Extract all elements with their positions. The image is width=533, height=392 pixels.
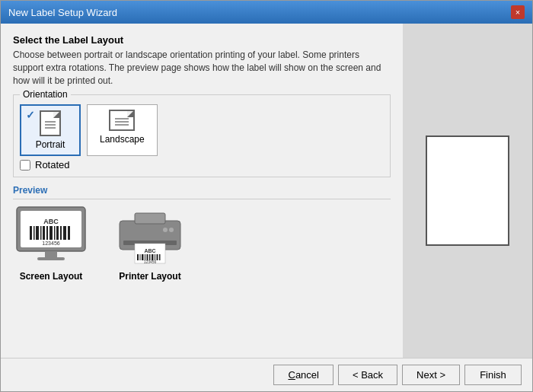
page-description: Choose between portrait or landscape ori… <box>13 49 391 87</box>
svg-point-34 <box>169 228 174 232</box>
checkmark-icon: ✓ <box>26 109 35 121</box>
finish-button[interactable]: Finish <box>464 365 522 385</box>
rotated-label[interactable]: Rotated <box>35 159 70 171</box>
svg-rect-2 <box>45 251 57 257</box>
dialog-title: New Label Setup Wizard <box>8 7 117 18</box>
svg-rect-3 <box>37 257 65 260</box>
svg-rect-5 <box>30 226 32 240</box>
portrait-label: Portrait <box>36 139 65 150</box>
landscape-icon <box>109 110 135 131</box>
cancel-button[interactable]: Cancel <box>273 365 333 385</box>
screen-layout-icon: ABC <box>13 206 89 266</box>
preview-section: Preview ABC <box>13 185 391 347</box>
svg-rect-6 <box>34 226 35 240</box>
svg-point-35 <box>163 228 168 232</box>
svg-rect-23 <box>137 254 139 260</box>
back-label: < Back <box>353 369 383 381</box>
finish-label: Finish <box>480 369 506 381</box>
doc-lines <box>45 121 56 129</box>
doc-line <box>115 121 129 123</box>
svg-rect-10 <box>46 226 48 240</box>
doc-line <box>45 124 56 126</box>
printer-layout-icon: ABC 123456 <box>112 206 188 266</box>
cancel-label: Cancel <box>288 369 318 381</box>
svg-rect-19 <box>135 213 165 224</box>
svg-rect-11 <box>49 226 53 240</box>
header-section: Select the Label Layout Choose between p… <box>13 34 391 87</box>
svg-rect-7 <box>36 226 39 240</box>
close-button[interactable]: × <box>511 5 525 19</box>
dialog-window: New Label Setup Wizard × Select the Labe… <box>0 0 533 392</box>
svg-rect-32 <box>159 254 161 260</box>
right-panel <box>403 24 532 358</box>
screen-layout-item: ABC <box>13 206 89 282</box>
doc-line <box>115 118 129 120</box>
svg-text:123456: 123456 <box>42 241 59 246</box>
rotated-checkbox-group: Rotated <box>20 159 384 171</box>
svg-rect-8 <box>40 226 42 240</box>
preview-page <box>426 135 509 246</box>
svg-rect-31 <box>157 254 158 260</box>
svg-text:ABC: ABC <box>43 218 59 225</box>
next-button[interactable]: Next > <box>402 365 460 385</box>
content-area: Select the Label Layout Choose between p… <box>1 24 532 358</box>
doc-line <box>45 127 56 129</box>
doc-lines <box>115 118 129 126</box>
svg-rect-15 <box>63 226 66 240</box>
printer-layout-item: ABC 123456 <box>112 206 188 282</box>
preview-label: Preview <box>13 185 391 199</box>
landscape-label: Landscape <box>100 134 145 145</box>
next-label: Next > <box>417 369 445 381</box>
doc-line <box>45 121 56 123</box>
svg-rect-24 <box>140 254 141 260</box>
orientation-buttons: ✓ Portrait <box>20 104 384 156</box>
main-panel: Select the Label Layout Choose between p… <box>1 24 403 358</box>
portrait-button[interactable]: ✓ Portrait <box>20 104 81 156</box>
preview-icons: ABC <box>13 206 391 282</box>
footer: Cancel < Back Next > Finish <box>1 358 532 391</box>
svg-text:ABC: ABC <box>144 248 155 253</box>
printer-layout-label: Printer Layout <box>119 271 180 282</box>
svg-rect-13 <box>56 226 59 240</box>
page-heading: Select the Label Layout <box>13 34 391 46</box>
orientation-legend: Orientation <box>20 89 71 100</box>
svg-text:123456: 123456 <box>144 260 157 264</box>
back-button[interactable]: < Back <box>338 365 397 385</box>
rotated-checkbox[interactable] <box>20 160 30 171</box>
title-bar: New Label Setup Wizard × <box>1 1 532 24</box>
svg-rect-16 <box>68 226 70 240</box>
doc-line <box>115 124 129 126</box>
landscape-button[interactable]: Landscape <box>87 104 158 156</box>
screen-layout-label: Screen Layout <box>20 271 83 282</box>
svg-rect-14 <box>60 226 62 240</box>
portrait-icon <box>40 110 61 136</box>
orientation-group: Orientation ✓ Portrait <box>13 94 391 177</box>
svg-rect-9 <box>43 226 45 240</box>
svg-rect-12 <box>54 226 56 240</box>
